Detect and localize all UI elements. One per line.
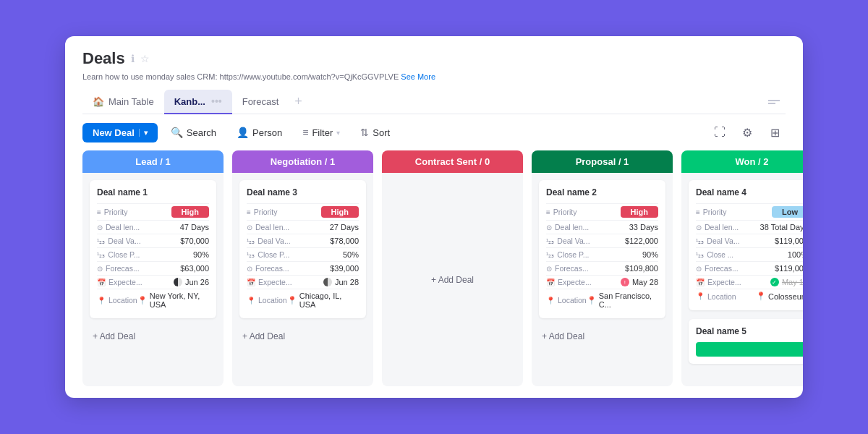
deal-card-5: Deal name 5 <box>689 319 803 364</box>
location-pin-icon: 📍 <box>756 292 766 301</box>
field-priority: ≡ Priority Low <box>696 203 803 220</box>
field-location: 📍 Location 📍 New York, NY, USA <box>97 289 209 311</box>
list-icon: ≡ <box>696 208 700 216</box>
home-icon: 🏠 <box>93 96 104 107</box>
add-deal-button[interactable]: + Add Deal <box>239 327 366 346</box>
header: Deals ℹ ☆ Learn how to use monday sales … <box>65 36 803 114</box>
location-pin-icon: 📍 <box>587 296 597 305</box>
field-priority: ≡ Priority High <box>97 203 209 220</box>
field-deal-value: ¹₂₃ Deal Va... $119,000 <box>696 234 803 247</box>
field-priority: ≡ Priority High <box>546 203 658 220</box>
hash2-icon: ¹₂₃ <box>247 251 255 259</box>
circle-icon: ⊙ <box>696 265 702 273</box>
field-close-prob: ¹₂₃ Close ... 100% <box>696 247 803 261</box>
circle-icon: ⊙ <box>247 265 252 273</box>
sort-icon: ⇅ <box>360 127 369 138</box>
kanban-board: Lead / 1 Deal name 1 ≡ Priority High ⊙ <box>65 150 803 398</box>
star-icon[interactable]: ☆ <box>140 53 150 64</box>
calendar-icon: 📅 <box>546 278 555 286</box>
field-deal-length: ⊙ Deal len... 38 Total Days <box>696 220 803 234</box>
column-lead-body: Deal name 1 ≡ Priority High ⊙ Deal len..… <box>82 173 224 386</box>
page-title: Deals <box>82 49 125 68</box>
apps-icon[interactable]: ⊞ <box>764 122 786 143</box>
toolbar-right: ⛶ ⚙ ⊞ <box>709 122 786 143</box>
tab-options-icon[interactable]: ••• <box>211 95 222 107</box>
column-negotiation-header: Negotiation / 1 <box>232 150 373 173</box>
add-deal-button[interactable]: + Add Deal <box>539 327 665 346</box>
field-location: 📍 Location 📍 Colosseum <box>696 289 803 303</box>
filter-button[interactable]: ≡ Filter ▾ <box>295 123 347 142</box>
tab-kanban[interactable]: Kanb... ••• <box>164 90 232 114</box>
hash-icon: ¹₂₃ <box>97 237 105 245</box>
filter-icon: ≡ <box>302 127 308 138</box>
column-won-body: Deal name 4 ≡ Priority Low ⊙ Deal len... <box>681 173 803 386</box>
collapse-icon[interactable] <box>762 97 786 107</box>
pin-icon: 📍 <box>546 297 555 305</box>
field-close-prob: ¹₂₃ Close P... 50% <box>247 247 359 261</box>
deal-card: Deal name 3 ≡ Priority High ⊙ Deal len..… <box>239 180 366 318</box>
priority-badge: High <box>171 206 209 218</box>
hash-icon: ¹₂₃ <box>696 237 704 245</box>
field-deal-length: ⊙ Deal len... 27 Days <box>247 220 359 234</box>
hash2-icon: ¹₂₃ <box>546 251 554 259</box>
field-deal-length: ⊙ Deal len... 33 Days <box>546 220 658 234</box>
clock-icon: ⊙ <box>247 224 252 231</box>
location-pin-icon: 📍 <box>287 296 297 305</box>
chevron-down-icon: ▾ <box>139 129 148 137</box>
search-icon: 🔍 <box>171 127 183 138</box>
tab-forecast[interactable]: Forecast <box>232 90 289 114</box>
field-deal-value: ¹₂₃ Deal Va... $78,000 <box>247 234 359 247</box>
list-icon: ≡ <box>546 208 550 216</box>
field-priority: ≡ Priority High <box>247 203 359 220</box>
column-lead: Lead / 1 Deal name 1 ≡ Priority High ⊙ <box>82 150 224 386</box>
app-container: Deals ℹ ☆ Learn how to use monday sales … <box>65 36 803 398</box>
pin-icon: 📍 <box>696 292 705 300</box>
deal-card: Deal name 2 ≡ Priority High ⊙ Deal len..… <box>539 180 665 318</box>
field-deal-value: ¹₂₃ Deal Va... $70,000 <box>97 234 209 247</box>
deal-card: Deal name 1 ≡ Priority High ⊙ Deal len..… <box>90 180 216 318</box>
clock-icon: ⊙ <box>546 224 552 231</box>
deal-card: Deal name 4 ≡ Priority Low ⊙ Deal len... <box>689 180 803 310</box>
field-forecast: ⊙ Forecas... $39,000 <box>247 261 359 275</box>
hash-icon: ¹₂₃ <box>247 237 255 245</box>
column-proposal-header: Proposal / 1 <box>532 150 673 173</box>
calendar-icon: 📅 <box>97 278 106 286</box>
column-proposal-body: Deal name 2 ≡ Priority High ⊙ Deal len..… <box>532 173 673 386</box>
field-expected: 📅 Expecte... ✓ May 11 <box>696 275 803 289</box>
column-won: Won / 2 Deal name 4 ≡ Priority Low ⊙ <box>681 150 803 386</box>
add-deal-center-button[interactable]: + Add Deal <box>431 275 474 285</box>
person-button[interactable]: 👤 Person <box>229 123 289 142</box>
field-deal-length: ⊙ Deal len... 47 Days <box>97 220 209 234</box>
calendar-icon: 📅 <box>247 278 255 286</box>
circle-icon: ⊙ <box>546 265 552 273</box>
new-deal-button[interactable]: New Deal ▾ <box>82 123 158 142</box>
column-contract: Contract Sent / 0 + Add Deal <box>382 150 523 386</box>
field-forecast: ⊙ Forecas... $119,000 <box>696 261 803 275</box>
date-status-icon: ✓ <box>770 278 779 286</box>
info-icon[interactable]: ℹ <box>131 53 135 64</box>
field-location: 📍 Location 📍 San Francisco, C... <box>546 289 658 311</box>
column-contract-header: Contract Sent / 0 <box>382 150 523 173</box>
sort-button[interactable]: ⇅ Sort <box>353 123 397 142</box>
tab-add-button[interactable]: + <box>289 94 308 109</box>
search-button[interactable]: 🔍 Search <box>163 123 224 142</box>
priority-badge: Low <box>772 206 803 218</box>
see-more-link[interactable]: See More <box>401 72 435 81</box>
field-close-prob: ¹₂₃ Close P... 90% <box>546 247 658 261</box>
tab-main-table[interactable]: 🏠 Main Table <box>82 90 164 114</box>
list-icon: ≡ <box>247 208 251 216</box>
toolbar: New Deal ▾ 🔍 Search 👤 Person ≡ Filter ▾ … <box>65 114 803 150</box>
deal5-status-bar <box>696 342 803 357</box>
header-subtitle: Learn how to use monday sales CRM: https… <box>82 72 786 81</box>
column-negotiation: Negotiation / 1 Deal name 3 ≡ Priority H… <box>232 150 373 386</box>
hash-icon: ¹₂₃ <box>546 237 554 245</box>
date-status-icon <box>174 278 182 286</box>
field-close-prob: ¹₂₃ Close P... 90% <box>97 247 209 261</box>
hash2-icon: ¹₂₃ <box>97 251 105 259</box>
date-status-icon: ! <box>621 278 629 286</box>
expand-icon[interactable]: ⛶ <box>709 122 731 143</box>
gear-icon[interactable]: ⚙ <box>736 122 758 143</box>
add-deal-button[interactable]: + Add Deal <box>90 327 216 346</box>
list-icon: ≡ <box>97 208 101 216</box>
priority-badge: High <box>621 206 658 218</box>
